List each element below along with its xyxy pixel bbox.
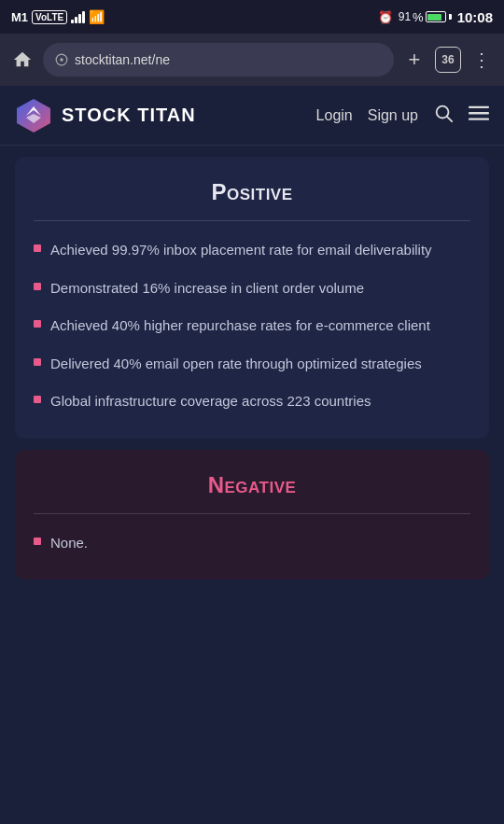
main-content: Positive Achieved 99.97% inbox placement… [0,157,504,580]
bullet-text: None. [50,533,88,554]
browser-actions: + 36 ⋮ [401,47,495,73]
bullet-icon [34,396,41,403]
bullet-text: Demonstrated 16% increase in client orde… [50,278,364,300]
logo-icon [15,97,52,134]
home-button[interactable] [9,47,35,73]
signup-link[interactable]: Sign up [368,107,418,124]
svg-rect-5 [469,105,489,107]
menu-icon[interactable] [469,103,489,129]
svg-rect-6 [469,112,489,114]
clock: 10:08 [457,9,493,25]
carrier-info: M1 VoLTE 📶 [11,9,105,24]
status-right: ⏰ 91% 10:08 [378,9,493,25]
new-tab-button[interactable]: + [401,47,427,73]
tab-count[interactable]: 36 [435,47,461,73]
bullet-text: Global infrastructure coverage across 22… [50,391,371,412]
negative-section: Negative None. [15,450,489,580]
svg-line-4 [447,117,452,121]
bullet-icon [34,320,41,328]
header-nav: Login Sign up [316,103,489,129]
bullet-text: Achieved 40% higher repurchase rates for… [50,315,430,337]
favicon [54,52,69,67]
positive-divider [34,220,470,221]
status-bar: M1 VoLTE 📶 ⏰ 91% 10:08 [0,0,504,34]
battery-percent: 91 [399,10,411,23]
bullet-text: Achieved 99.97% inbox placement rate for… [50,240,432,261]
bullet-icon [34,244,41,252]
list-item: Demonstrated 16% increase in client orde… [34,278,470,300]
positive-title: Positive [34,179,470,205]
url-text: stocktitan.net/ne [75,52,383,67]
search-icon[interactable] [433,103,454,129]
carrier-type: VoLTE [32,10,67,24]
svg-rect-7 [469,118,489,119]
list-item: Achieved 99.97% inbox placement rate for… [34,240,470,261]
svg-point-1 [60,58,63,62]
list-item: Global infrastructure coverage across 22… [34,391,470,412]
more-button[interactable]: ⋮ [469,47,495,73]
list-item: Delivered 40% email open rate through op… [34,354,470,375]
wifi-icon: 📶 [89,9,105,24]
browser-chrome: stocktitan.net/ne + 36 ⋮ [0,34,504,86]
positive-bullet-list: Achieved 99.97% inbox placement rate for… [34,240,470,412]
alarm-icon: ⏰ [378,10,393,24]
login-link[interactable]: Login [316,107,353,124]
bullet-icon [34,538,41,545]
app-header: STOCK TITAN Login Sign up [0,86,504,146]
logo-area: STOCK TITAN [15,97,196,134]
bullet-icon [34,358,41,366]
positive-section: Positive Achieved 99.97% inbox placement… [15,157,489,439]
carrier-name: M1 [11,10,28,24]
url-bar[interactable]: stocktitan.net/ne [43,43,394,77]
battery-icon: 91% [399,10,452,24]
negative-bullet-list: None. [34,533,470,554]
bullet-text: Delivered 40% email open rate through op… [50,354,422,375]
negative-title: Negative [34,472,470,498]
list-item: None. [34,533,470,554]
bullet-icon [34,283,41,290]
negative-divider [34,513,470,514]
logo-text: STOCK TITAN [62,105,196,126]
list-item: Achieved 40% higher repurchase rates for… [34,315,470,337]
signal-icon [71,10,85,23]
